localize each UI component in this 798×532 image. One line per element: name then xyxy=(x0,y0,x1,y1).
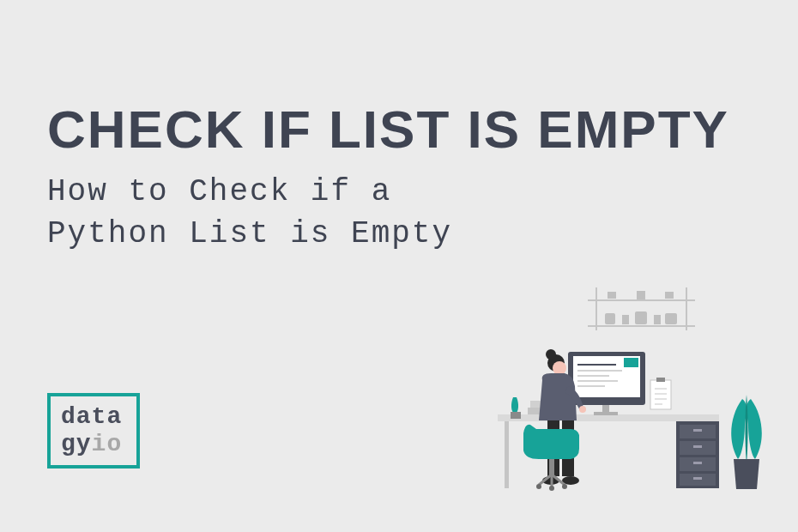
desk-illustration xyxy=(489,287,772,519)
svg-rect-27 xyxy=(650,380,671,409)
page-title: CHECK IF LIST IS EMPTY xyxy=(47,103,729,156)
svg-rect-14 xyxy=(511,412,521,419)
svg-rect-37 xyxy=(693,445,702,448)
svg-rect-28 xyxy=(656,378,665,382)
subtitle-line-2: Python List is Empty xyxy=(47,216,452,251)
svg-rect-11 xyxy=(665,313,677,324)
svg-rect-8 xyxy=(622,315,629,324)
logo-text-line-2: gyio xyxy=(61,431,136,458)
datagy-logo: data gyio xyxy=(47,393,140,469)
svg-point-44 xyxy=(553,361,566,375)
svg-rect-26 xyxy=(594,412,618,415)
logo-text-line-1: data xyxy=(61,403,136,431)
svg-rect-19 xyxy=(624,358,638,367)
svg-rect-50 xyxy=(549,459,554,476)
svg-rect-7 xyxy=(605,313,615,324)
svg-rect-12 xyxy=(498,414,719,421)
svg-rect-10 xyxy=(654,315,661,324)
svg-point-56 xyxy=(549,486,554,491)
svg-rect-39 xyxy=(693,462,702,464)
svg-rect-9 xyxy=(635,311,647,324)
svg-rect-4 xyxy=(608,292,616,299)
svg-rect-5 xyxy=(637,291,645,299)
svg-rect-13 xyxy=(505,421,509,488)
page-subtitle: How to Check if a Python List is Empty xyxy=(47,172,452,255)
svg-point-55 xyxy=(562,484,567,489)
svg-rect-41 xyxy=(693,477,702,480)
svg-point-43 xyxy=(546,349,556,360)
subtitle-line-1: How to Check if a xyxy=(47,174,391,209)
svg-rect-35 xyxy=(693,429,702,432)
svg-point-45 xyxy=(579,406,586,413)
svg-rect-6 xyxy=(665,292,674,299)
svg-point-54 xyxy=(536,484,541,489)
